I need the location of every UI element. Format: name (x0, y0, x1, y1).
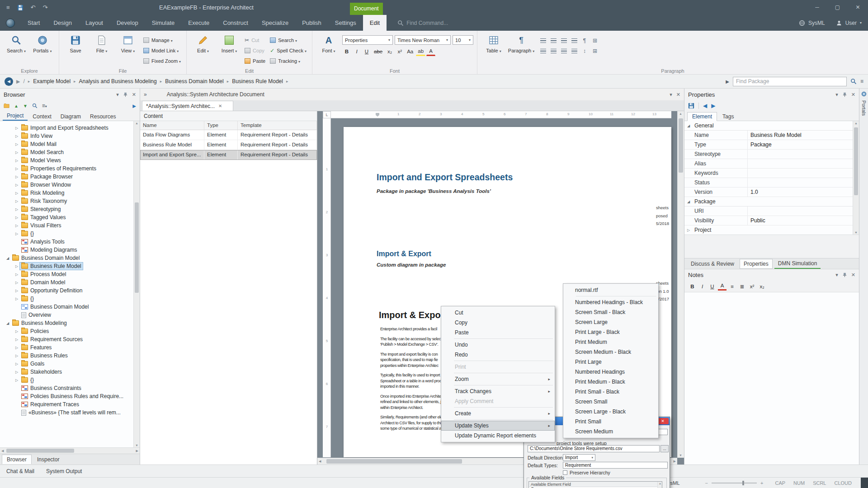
ribbon-tab-execute[interactable]: Execute (181, 15, 216, 31)
style-option[interactable]: Print Large - Black (563, 327, 658, 337)
redo-icon[interactable]: ↷ (43, 4, 48, 11)
portals-icon[interactable] (861, 91, 867, 97)
portals-vertical-label[interactable]: Portals (861, 100, 867, 116)
style-option[interactable]: Screen Medium - Black (563, 347, 658, 357)
tree-item[interactable]: ▷{} (0, 230, 140, 238)
tree-item[interactable]: «Business» {The staff levels will rem... (0, 408, 140, 417)
align-center-button[interactable] (548, 46, 558, 56)
menu-item-update-dynamic-report-elements[interactable]: Update Dynamic Report elements (441, 431, 555, 441)
statusbar-toggle-cloud[interactable]: CLOUD (834, 480, 852, 486)
pin-icon[interactable] (842, 272, 847, 277)
browser-options-icon[interactable]: ≡▾ (42, 103, 47, 109)
resize-grip[interactable] (861, 478, 868, 488)
quick-save-icon[interactable] (17, 5, 24, 11)
breadcrumb-item[interactable]: Business Domain Model (165, 78, 223, 84)
tree-item[interactable]: ◢Business Modeling (0, 319, 140, 327)
format-underline-button[interactable]: U (362, 47, 371, 56)
tree-item[interactable]: ▷Properties of Requirements (0, 164, 140, 173)
spell-check-button[interactable]: ✓Spell Check (270, 46, 307, 55)
format-italic-button[interactable]: I (352, 47, 361, 56)
menu-item-cut[interactable]: Cut (441, 308, 555, 318)
zoom-slider-thumb[interactable] (742, 481, 744, 485)
tree-expander-icon[interactable]: ▷ (14, 354, 20, 358)
tree-expander-icon[interactable]: ▷ (14, 183, 20, 187)
tab-tags[interactable]: Tags (718, 113, 738, 121)
tab-system-output[interactable]: System Output (46, 468, 82, 474)
tab-browser[interactable]: Browser (2, 455, 32, 464)
column-type[interactable]: Type (204, 121, 238, 130)
menu-item-update-styles[interactable]: Update Styles▸ (441, 421, 555, 431)
fixed-zoom-button[interactable]: Fixed Zoom (143, 56, 181, 65)
panel-menu-icon[interactable]: ▾ (670, 92, 672, 98)
browse-button[interactable]: ... (660, 445, 669, 452)
pilcrow-button[interactable]: ¶ (580, 36, 590, 46)
list-header[interactable]: Available Element Field (529, 482, 662, 487)
ribbon-tab-design[interactable]: Design (47, 15, 78, 31)
tree-expander-icon[interactable]: ▷ (14, 370, 20, 374)
table-button[interactable]: Table (481, 32, 506, 53)
maximize-button[interactable]: ▢ (827, 0, 848, 15)
cut-button[interactable]: ✂Cut (245, 36, 265, 44)
property-row[interactable]: Stereotype (684, 150, 853, 159)
user-label[interactable]: User (845, 20, 857, 26)
portals-button[interactable]: Portals (30, 32, 55, 53)
default-direction-select[interactable]: Import ▾ (563, 454, 595, 461)
property-row[interactable]: Status (684, 178, 853, 188)
property-row[interactable]: VisibilityPublic (684, 216, 853, 225)
tree-expander-icon[interactable]: ▷ (14, 142, 20, 146)
ribbon-tab-settings[interactable]: Settings (328, 15, 363, 31)
paragraph-button[interactable]: ¶ Paragraph (507, 32, 535, 53)
property-row[interactable]: Version1.0 (684, 188, 853, 197)
menu-item-print[interactable]: Print (441, 362, 555, 372)
tree-item[interactable]: ▷Business Rules (0, 352, 140, 360)
breadcrumb-item[interactable]: Business Rule Model (232, 78, 283, 84)
indent-button[interactable] (569, 36, 579, 46)
close-icon[interactable]: ✕ (851, 272, 855, 278)
tree-item[interactable]: Requirement Traces (0, 400, 140, 408)
search-text-button[interactable]: Search (270, 36, 307, 44)
file-button[interactable]: File (89, 32, 114, 53)
tree-expander-icon[interactable]: ▷ (14, 362, 20, 366)
document-context-tab[interactable]: Document (350, 3, 383, 15)
statusbar-toggle-cap[interactable]: CAP (775, 480, 785, 486)
line-spacing-button[interactable]: ↕ (580, 46, 590, 56)
tree-expander-icon[interactable]: ▷ (14, 159, 20, 163)
column-name[interactable]: Name (140, 121, 204, 130)
menu-item-paste[interactable]: Paste (441, 328, 555, 338)
list-options-icon[interactable]: ≡ (860, 78, 863, 84)
tree-expander-icon[interactable]: ▷ (14, 216, 20, 220)
menu-item-track-changes[interactable]: Track Changes▸ (441, 386, 555, 396)
format-strikethrough-button[interactable]: abe (372, 47, 384, 56)
app-menu-icon[interactable]: ≡ (6, 4, 10, 11)
tree-expander-icon[interactable]: ▷ (14, 272, 20, 277)
property-value[interactable] (748, 169, 853, 178)
tab-dmn-simulation[interactable]: DMN Simulation (774, 259, 821, 269)
model-link-button[interactable]: Model Link (143, 46, 181, 55)
menu-item-create[interactable]: Create▸ (441, 408, 555, 418)
tree-item[interactable]: Analysis Tools (0, 238, 140, 246)
justify-button[interactable] (569, 46, 579, 56)
search-button[interactable]: Search (4, 32, 29, 53)
tree-expander-icon[interactable]: ▷ (14, 346, 20, 350)
tree-expander-icon[interactable]: ▷ (14, 175, 20, 179)
undo-icon[interactable]: ↶ (31, 4, 36, 11)
tree-item[interactable]: Policies Business Rules and Require... (0, 392, 140, 400)
breadcrumb-item[interactable]: Example Model (33, 78, 71, 84)
tree-expander-icon[interactable]: ◢ (5, 256, 11, 260)
browser-tab-project[interactable]: Project (3, 112, 28, 121)
notes-x-button[interactable]: x² (748, 282, 756, 291)
next-element-icon[interactable]: ▶ (711, 103, 715, 109)
save-button[interactable]: Save (63, 32, 88, 53)
tree-expander-icon[interactable]: ▷ (14, 264, 20, 268)
close-icon[interactable]: ✕ (676, 92, 680, 98)
tree-expander-icon[interactable]: ▷ (14, 134, 20, 138)
notes--button[interactable]: ≡ (728, 282, 736, 291)
paste-button[interactable]: Paste (245, 56, 265, 65)
tree-item[interactable]: ▷Requirement Sources (0, 335, 140, 343)
bullet-list-button[interactable] (538, 36, 548, 46)
available-fields-list[interactable]: Available Element Field TypeGUIDPhaseSte… (528, 481, 662, 488)
browser-horizontal-scrollbar[interactable]: ◀ ▶ (0, 447, 140, 454)
save-properties-icon[interactable] (688, 103, 694, 109)
tree-item[interactable]: ▷Browser Window (0, 181, 140, 189)
breadcrumb-expand-icon[interactable]: ▶ (726, 79, 729, 84)
